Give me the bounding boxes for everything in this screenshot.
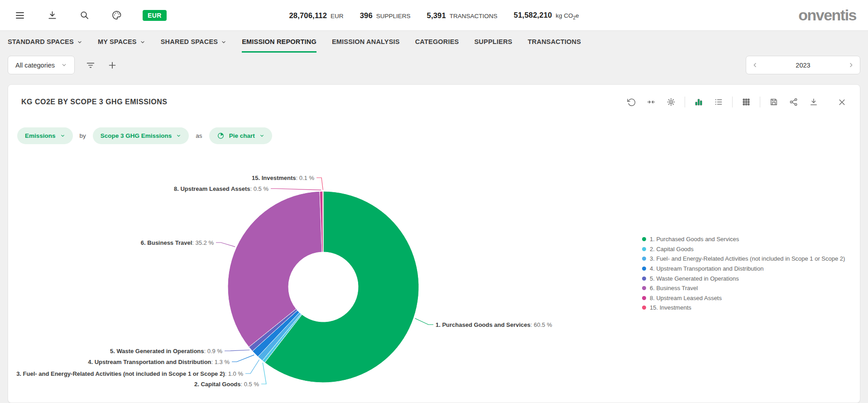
category-dropdown-label: All categories xyxy=(15,62,55,69)
legend-dot xyxy=(642,257,646,261)
dimension-dropdown-label: Scope 3 GHG Emissions xyxy=(101,132,172,139)
year-selector: 2023 xyxy=(746,56,860,74)
nav-tab-label: SUPPLIERS xyxy=(474,38,512,45)
widget-title: KG CO2E BY SCOPE 3 GHG EMISSIONS xyxy=(21,98,167,106)
legend-dot xyxy=(642,277,646,281)
nav-tab-standard-spaces[interactable]: STANDARD SPACES xyxy=(8,31,82,53)
legend-item[interactable]: 4. Upstream Transportation and Distribut… xyxy=(642,264,845,274)
legend-label: 1. Purchased Goods and Services xyxy=(650,236,739,243)
gear-icon[interactable] xyxy=(667,97,676,107)
legend-label: 15. Investments xyxy=(650,304,691,311)
label-line xyxy=(317,178,323,190)
collapse-arrows-icon[interactable] xyxy=(647,97,656,107)
close-icon[interactable] xyxy=(837,97,847,107)
legend-label: 2. Capital Goods xyxy=(650,246,694,252)
legend-dot xyxy=(642,267,646,271)
prev-year-button[interactable] xyxy=(752,62,758,68)
legend-item[interactable]: 15. Investments xyxy=(642,303,845,313)
nav-tab-label: TRANSACTIONS xyxy=(528,38,581,45)
nav-tab-categories[interactable]: CATEGORIES xyxy=(415,31,459,53)
measure-dropdown-label: Emissions xyxy=(25,132,56,139)
nav-tab-label: EMISSION ANALYSIS xyxy=(332,38,400,45)
main-nav: STANDARD SPACES MY SPACES SHARED SPACES … xyxy=(0,31,868,53)
stat-value: 28,706,112 xyxy=(289,11,327,20)
chart-config-row: Emissions by Scope 3 GHG Emissions as Pi… xyxy=(8,119,860,144)
chevron-down-icon xyxy=(221,39,226,45)
label-line xyxy=(232,355,254,362)
slice-label: 3. Fuel- and Energy-Related Activities (… xyxy=(16,370,243,377)
chevron-down-icon xyxy=(140,39,145,45)
legend-dot xyxy=(642,247,646,251)
legend-item[interactable]: 6. Business Travel xyxy=(642,283,845,293)
legend-dot xyxy=(642,237,646,241)
toolbar-divider xyxy=(685,97,685,107)
search-icon[interactable] xyxy=(79,10,90,20)
nav-tab-shared-spaces[interactable]: SHARED SPACES xyxy=(161,31,226,53)
share-icon[interactable] xyxy=(789,97,798,107)
slice-label: 6. Business Travel: 35.2 % xyxy=(141,239,214,246)
stat-total-spend: 28,706,112 EUR xyxy=(289,11,343,20)
add-icon[interactable] xyxy=(107,60,117,70)
label-line xyxy=(261,363,266,384)
legend-item[interactable]: 5. Waste Generated in Operations xyxy=(642,273,845,283)
legend-dot xyxy=(642,306,646,310)
stat-value: 51,582,210 xyxy=(514,11,552,19)
save-icon[interactable] xyxy=(769,97,778,107)
by-label: by xyxy=(80,132,86,139)
palette-icon[interactable] xyxy=(111,10,122,20)
toolbar-divider xyxy=(732,97,733,107)
stat-value: 396 xyxy=(360,11,373,20)
stat-label: EUR xyxy=(331,13,344,19)
nav-tab-label: EMISSION REPORTING xyxy=(242,38,317,45)
label-line xyxy=(245,360,259,374)
nav-tab-emission-reporting[interactable]: EMISSION REPORTING xyxy=(242,31,317,53)
next-year-button[interactable] xyxy=(848,62,854,68)
legend-item[interactable]: 3. Fuel- and Energy-Related Activities (… xyxy=(642,254,845,264)
label-line xyxy=(225,350,249,351)
stat-label: TRANSACTIONS xyxy=(450,13,498,19)
measure-dropdown[interactable]: Emissions xyxy=(17,127,73,144)
summary-stats: 28,706,112 EUR 396 SUPPLIERS 5,391 TRANS… xyxy=(289,0,579,31)
as-label: as xyxy=(196,132,202,139)
top-bar: EUR 28,706,112 EUR 396 SUPPLIERS 5,391 T… xyxy=(0,0,868,31)
download-icon[interactable] xyxy=(47,10,58,20)
dimension-dropdown[interactable]: Scope 3 GHG Emissions xyxy=(93,127,189,144)
nav-tab-emission-analysis[interactable]: EMISSION ANALYSIS xyxy=(332,31,400,53)
chart-type-dropdown[interactable]: Pie chart xyxy=(209,127,272,144)
nav-tab-my-spaces[interactable]: MY SPACES xyxy=(98,31,145,53)
chevron-down-icon xyxy=(60,133,65,138)
category-dropdown[interactable]: All categories xyxy=(8,56,75,74)
stat-co2e: 51,582,210 kg CO2e xyxy=(514,11,579,20)
list-view-icon[interactable] xyxy=(714,97,723,107)
bar-chart-icon[interactable] xyxy=(694,97,703,107)
filter-icon[interactable] xyxy=(86,60,96,70)
currency-badge[interactable]: EUR xyxy=(143,10,167,21)
slice-label: 2. Capital Goods: 0.5 % xyxy=(194,381,259,388)
legend-label: 6. Business Travel xyxy=(650,285,698,291)
grid-view-icon[interactable] xyxy=(742,97,751,107)
nav-tab-label: CATEGORIES xyxy=(415,38,459,45)
year-label: 2023 xyxy=(796,62,810,69)
download-icon[interactable] xyxy=(809,97,818,107)
slice-label: 8. Upstream Leased Assets: 0.5 % xyxy=(174,185,269,192)
legend-item[interactable]: 1. Purchased Goods and Services xyxy=(642,234,845,244)
slice-label: 5. Waste Generated in Operations: 0.9 % xyxy=(110,348,222,354)
slice-label: 4. Upstream Transportation and Distribut… xyxy=(88,359,230,365)
nav-tab-label: STANDARD SPACES xyxy=(8,38,74,45)
menu-icon[interactable] xyxy=(14,10,25,21)
slice-label: 1. Purchased Goods and Services: 60.5 % xyxy=(436,321,552,328)
chart-type-dropdown-label: Pie chart xyxy=(229,132,255,139)
stat-suppliers: 396 SUPPLIERS xyxy=(360,11,411,20)
label-line xyxy=(415,318,434,325)
stat-label: SUPPLIERS xyxy=(376,13,411,19)
slice-label: 15. Investments: 0.1 % xyxy=(252,175,314,181)
legend-label: 5. Waste Generated in Operations xyxy=(650,275,739,282)
legend-item[interactable]: 8. Upstream Leased Assets xyxy=(642,293,845,303)
nav-tab-transactions[interactable]: TRANSACTIONS xyxy=(528,31,581,53)
refresh-icon[interactable] xyxy=(627,97,636,107)
legend-label: 8. Upstream Leased Assets xyxy=(650,295,722,301)
chevron-down-icon xyxy=(61,62,67,68)
nav-tab-suppliers[interactable]: SUPPLIERS xyxy=(474,31,512,53)
legend-item[interactable]: 2. Capital Goods xyxy=(642,244,845,254)
widget-toolbar xyxy=(627,97,847,107)
